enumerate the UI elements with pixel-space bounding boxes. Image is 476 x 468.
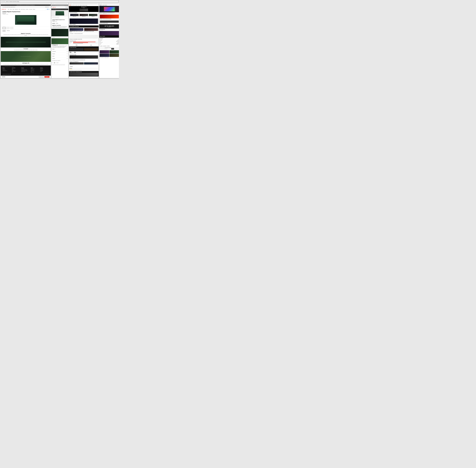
footer-link-cases[interactable]: Cases & Protection	[12, 71, 21, 71]
close-announcement[interactable]: ×	[50, 5, 50, 6]
twitter-icon[interactable]: 𝕏	[56, 62, 57, 63]
chrome-max-2[interactable]	[54, 3, 54, 4]
cart-icon[interactable]: 🛒	[46, 9, 47, 10]
footer-link-gear[interactable]: Gear	[12, 72, 21, 73]
footer-link-press[interactable]: Press	[31, 71, 40, 72]
footer-link-power[interactable]: Power & Cables	[12, 71, 21, 72]
mobile-logo[interactable]: ONEPLUS	[52, 7, 56, 8]
vizio-nav-smart[interactable]: SmartCast	[105, 5, 107, 5]
footer-link-wearables[interactable]: Wearables	[12, 70, 21, 71]
menu-item-phones[interactable]: Phones +	[51, 48, 68, 50]
nav-vision[interactable]: Vision	[78, 5, 79, 6]
menu-item-programs[interactable]: Programs +	[51, 53, 68, 55]
vizio-logo[interactable]: VIZIO	[100, 5, 101, 5]
nav-airpods[interactable]: AirPods	[80, 5, 82, 6]
mobile-thumb-2[interactable]	[55, 17, 57, 18]
add-to-cart-button[interactable]: Add to cart	[39, 76, 44, 78]
notification-switch[interactable]: Switch to 🇺 >	[45, 7, 49, 7]
chrome-min-4[interactable]	[101, 3, 101, 4]
nav-store[interactable]: Store	[8, 9, 9, 10]
footer-link-affiliates[interactable]: Affiliates Program	[21, 71, 30, 72]
footer-link-careers[interactable]: Careers	[40, 71, 49, 72]
chrome-max-4[interactable]	[102, 3, 102, 4]
nav-onetopic[interactable]: OneTopic	[26, 9, 28, 10]
footer-link-about[interactable]: About OnePlus	[40, 69, 49, 69]
buy-now-button[interactable]: Buy now	[44, 76, 49, 78]
chrome-min-3[interactable]	[70, 3, 71, 4]
footer-link-student[interactable]: Student Discount Program	[21, 69, 30, 70]
mobile-menu-icon[interactable]: ☰	[67, 7, 68, 8]
chrome-close-2[interactable]	[52, 3, 53, 4]
editorial-card-3[interactable]	[100, 54, 109, 57]
menu-item-accessories[interactable]: Accessories +	[51, 50, 68, 53]
footer-link-software[interactable]: Software Upgrade	[31, 71, 40, 71]
footer-link-audio[interactable]: Audio	[12, 69, 21, 69]
nav-wearables[interactable]: Wearables	[15, 9, 18, 10]
chrome-close-3[interactable]	[70, 3, 70, 4]
nav-support[interactable]: Support	[33, 9, 35, 10]
nav-audio[interactable]: Audio	[18, 9, 20, 10]
mobile-cart-icon[interactable]: 🛒	[65, 7, 66, 8]
thumb-1[interactable]	[2, 27, 6, 29]
footer-link-manuals[interactable]: User Manuals	[31, 70, 40, 71]
email-input[interactable]	[105, 48, 111, 49]
footer-link-nord[interactable]: OnePlus Nord N30 5G	[2, 71, 12, 71]
url-bar-4[interactable]	[103, 3, 118, 4]
footer-link-app[interactable]: OnePlus Store app	[31, 69, 40, 69]
chrome-min-2[interactable]	[53, 3, 54, 4]
chrome-min[interactable]	[2, 3, 3, 4]
nav-community[interactable]: Community	[29, 9, 32, 10]
nav-mac[interactable]: Mac	[73, 5, 74, 6]
nav-tablet[interactable]: Tablet	[13, 9, 14, 10]
mobile-support-link[interactable]: Get Support From OnePlus >	[51, 60, 68, 62]
chrome-close-4[interactable]	[100, 3, 100, 4]
expand-support-icon[interactable]: +	[67, 56, 68, 57]
footer-link-sustainability[interactable]: Sustainability	[40, 70, 49, 71]
mobile-thumb-3[interactable]	[57, 17, 59, 18]
editorial-card-2[interactable]	[110, 50, 119, 54]
footer-link-community[interactable]: Community	[40, 69, 49, 70]
instagram-icon[interactable]: 📸	[54, 62, 55, 63]
mobile-tab-reviews[interactable]: Reviews	[56, 23, 58, 24]
nav-support-apple[interactable]: Support	[85, 5, 87, 6]
nav-tv-home[interactable]: TV & Home	[82, 5, 85, 6]
chrome-max[interactable]	[3, 3, 4, 4]
footer-link-open[interactable]: OnePlus Open	[2, 70, 12, 71]
footer-link-employee[interactable]: Employee Discount Program	[21, 71, 30, 71]
footer-link-faqs[interactable]: Shopping FAQs	[31, 69, 40, 70]
nav-phone[interactable]: Phone	[10, 9, 12, 10]
youtube-icon[interactable]: ▶	[57, 62, 58, 63]
search-icon-nav[interactable]: 🔍	[49, 9, 50, 10]
subscribe-button[interactable]: Subscribe	[111, 48, 114, 49]
editorial-card-1[interactable]	[100, 50, 109, 54]
footer-link-tablet[interactable]: Tablet	[12, 69, 21, 70]
thumb-2[interactable]	[6, 27, 10, 29]
vizio-nav-tv[interactable]: TVs	[102, 5, 103, 5]
editorial-card-4[interactable]	[110, 54, 119, 57]
thumb-3[interactable]	[10, 27, 13, 29]
mobile-tab-overview[interactable]: Overview	[52, 23, 55, 24]
url-bar-3[interactable]	[72, 3, 98, 4]
oneplus-logo[interactable]: ONEPLUS	[2, 9, 6, 10]
apple-logo-icon[interactable]: 🍎	[70, 5, 70, 6]
chrome-max-3[interactable]	[71, 3, 72, 4]
chrome-close[interactable]	[1, 3, 2, 4]
expand-accessories-icon[interactable]: +	[67, 51, 68, 52]
tab-overview[interactable]: Overview	[2, 30, 6, 31]
footer-link-op13t[interactable]: OnePlus 13t	[2, 69, 12, 70]
footer-link-invite[interactable]: Invite Friends	[21, 69, 30, 69]
tab-reviews[interactable]: Reviews	[7, 30, 10, 31]
url-bar-2[interactable]	[55, 3, 67, 4]
product-m3-card[interactable]: MacBook Air M3	[70, 14, 79, 17]
product-pro-card[interactable]: MacBook Pro	[89, 14, 98, 17]
nav-iphone[interactable]: iPhone	[71, 5, 73, 6]
expand-phones-icon[interactable]: +	[67, 48, 68, 50]
account-icon[interactable]: 👤	[47, 9, 48, 10]
vizio-nav-sound[interactable]: Sound	[103, 5, 104, 5]
footer-link-accessibility[interactable]: Accessibility	[40, 71, 49, 71]
nav-ipad[interactable]: iPad	[74, 5, 76, 6]
nav-watch[interactable]: Watch	[76, 5, 77, 6]
footer-link-stories[interactable]: Featured Stories	[31, 72, 40, 73]
url-bar-1[interactable]	[4, 3, 50, 4]
mobile-thumb-1[interactable]	[52, 17, 54, 18]
